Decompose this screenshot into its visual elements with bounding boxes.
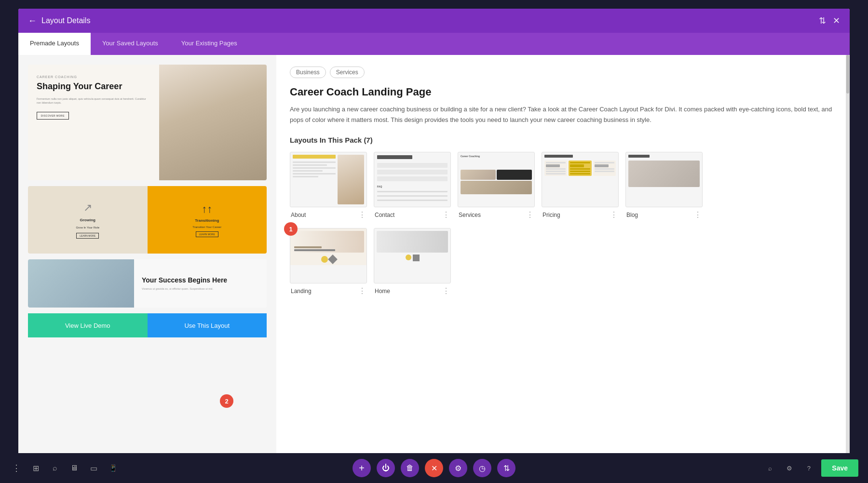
home-label: Home — [375, 288, 390, 295]
grid-cell-grow: ↗ Growing Grow In Your Role LEARN MORE — [28, 186, 148, 254]
about-line2 — [293, 164, 327, 166]
tab-saved-layouts[interactable]: Your Saved Layouts — [91, 33, 170, 55]
header-left: ← Layout Details — [28, 16, 90, 26]
toolbar-mobile-btn[interactable]: 📱 — [106, 461, 120, 475]
about-label: About — [291, 212, 306, 218]
contact-dots-menu[interactable]: ⋮ — [442, 210, 450, 219]
contact-faq-line3 — [377, 200, 448, 201]
about-text-col — [293, 155, 336, 204]
tag-services[interactable]: Services — [330, 67, 365, 78]
blog-footer: Blog ⋮ — [625, 210, 703, 219]
price-hl-line2 — [570, 168, 590, 170]
toolbar-desktop-btn[interactable]: 🖥 — [68, 461, 81, 475]
toolbar-help-btn[interactable]: ? — [802, 461, 815, 475]
layout-item-about: About ⋮ — [290, 152, 367, 219]
blog-dots-menu[interactable]: ⋮ — [694, 210, 702, 219]
bottom-toolbar: ⋮ ⊞ ⌕ 🖥 ▭ 📱 + ⏻ 🗑 ✕ ⚙ ◷ ⇅ ⌕ ⚙ ? Save — [0, 453, 868, 483]
layout-thumb-landing[interactable] — [290, 228, 367, 283]
toolbar-settings-btn[interactable]: ⚙ — [449, 459, 467, 477]
home-hero-sim — [377, 231, 448, 253]
contact-faq-line2 — [377, 195, 448, 197]
contact-label: Contact — [375, 212, 394, 218]
contact-field2 — [377, 170, 448, 174]
preview-grid: ↗ Growing Grow In Your Role LEARN MORE ↑… — [28, 186, 267, 254]
toolbar-power-btn[interactable]: ⏻ — [377, 459, 395, 477]
about-line3 — [293, 167, 336, 169]
use-this-layout-button[interactable]: Use This Layout — [148, 313, 267, 337]
price-hl-line3 — [570, 171, 590, 172]
layout-title: Career Coach Landing Page — [290, 86, 832, 98]
price-line2 — [546, 168, 566, 170]
price-hl-amount — [570, 164, 584, 167]
about-dots-menu[interactable]: ⋮ — [358, 210, 366, 219]
toolbar-delete-btn[interactable]: 🗑 — [401, 459, 419, 477]
layout-thumb-pricing[interactable] — [542, 152, 619, 207]
price-amount1 — [546, 164, 560, 167]
price-line1 — [546, 162, 566, 163]
landing-thumb-content — [290, 228, 366, 265]
view-live-demo-button[interactable]: View Live Demo — [28, 313, 148, 337]
toolbar-close-btn[interactable]: ✕ — [425, 459, 443, 477]
toolbar-add-btn[interactable]: + — [353, 459, 371, 477]
layout-thumb-blog[interactable] — [625, 152, 703, 207]
layout-details-modal: ← Layout Details ⇅ ✕ Premade Layouts You… — [18, 9, 850, 460]
home-dots-menu[interactable]: ⋮ — [442, 286, 450, 295]
scroll-bar[interactable] — [846, 55, 850, 460]
layout-item-contact: FAQ Contact ⋮ — [374, 152, 451, 219]
toolbar-history-btn[interactable]: ◷ — [473, 459, 491, 477]
layout-description: Are you launching a new career coaching … — [290, 104, 832, 125]
layout-item-blog: Blog ⋮ — [625, 152, 703, 219]
home-thumb-content — [374, 228, 450, 264]
bottom-image — [28, 259, 134, 308]
pricing-dots-menu[interactable]: ⋮ — [610, 210, 618, 219]
toolbar-gear-right-btn[interactable]: ⚙ — [783, 461, 796, 475]
badge-2: 2 — [220, 394, 233, 408]
about-line6 — [293, 176, 318, 177]
contact-faq-label: FAQ — [377, 185, 448, 188]
hero-discover-btn: DISCOVER MORE — [37, 112, 69, 120]
landing-hero-sim — [293, 231, 364, 253]
blog-img-sim — [628, 161, 700, 187]
landing-icons-row — [293, 255, 364, 263]
layout-thumb-contact[interactable]: FAQ — [374, 152, 451, 207]
layout-thumb-home[interactable] — [374, 228, 451, 283]
tab-premade-layouts[interactable]: Premade Layouts — [18, 33, 91, 55]
toolbar-menu-btn[interactable]: ⋮ — [10, 461, 23, 475]
about-line4 — [293, 170, 323, 172]
hero-body-text: Fermentum nulla non justo aliquet, quis … — [37, 97, 150, 106]
transition-btn: LEARN MORE — [196, 231, 218, 237]
layout-item-pricing: Pricing ⋮ — [542, 152, 619, 219]
toolbar-tablet-btn[interactable]: ▭ — [87, 461, 100, 475]
landing-dots-menu[interactable]: ⋮ — [358, 286, 366, 295]
services-title-label: Career Coaching — [461, 155, 532, 168]
landing-footer: Landing ⋮ — [290, 286, 367, 295]
services-dots-menu[interactable]: ⋮ — [526, 210, 534, 219]
hero-label: CAREER COACHING — [37, 75, 150, 79]
tag-row: Business Services — [290, 67, 832, 78]
hero-title: Shaping Your Career — [37, 81, 150, 92]
tab-existing-pages[interactable]: Your Existing Pages — [170, 33, 249, 55]
modal-title: Layout Details — [41, 16, 90, 25]
bottom-body: Vivamus ut gravida ex, ut efficitur quam… — [142, 287, 227, 291]
tag-business[interactable]: Business — [290, 67, 326, 78]
toolbar-sort-btn[interactable]: ⇅ — [497, 459, 515, 477]
toolbar-search-btn[interactable]: ⌕ — [48, 461, 62, 475]
badge-1: 1 — [284, 222, 298, 236]
contact-field3 — [377, 176, 448, 181]
layout-thumb-about[interactable] — [290, 152, 367, 207]
svc-img1 — [461, 170, 496, 180]
bottom-photo — [28, 259, 134, 308]
hero-image-side — [159, 65, 267, 180]
svc-img2 — [497, 170, 532, 180]
transition-arrow-icon: ↑↑ — [202, 203, 212, 215]
grow-btn: LEARN MORE — [76, 233, 99, 239]
toolbar-grid-btn[interactable]: ⊞ — [29, 461, 42, 475]
save-button[interactable]: Save — [821, 459, 858, 477]
about-line1 — [293, 161, 336, 163]
toolbar-search-right-btn[interactable]: ⌕ — [763, 461, 777, 475]
close-icon[interactable]: ✕ — [833, 15, 840, 26]
price-amount-c3 — [595, 164, 609, 167]
back-icon[interactable]: ← — [28, 16, 37, 26]
layout-thumb-services[interactable]: Career Coaching — [458, 152, 535, 207]
sort-icon[interactable]: ⇅ — [819, 15, 826, 26]
